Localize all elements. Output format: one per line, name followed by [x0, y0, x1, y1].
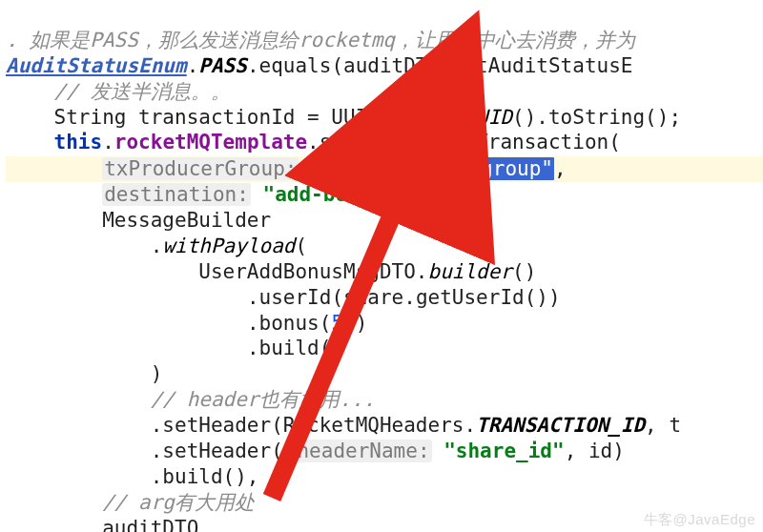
enum-value-pass: PASS	[198, 54, 247, 77]
code-line: .withPayload(	[6, 235, 307, 257]
code-line: auditDTO	[6, 517, 198, 533]
selected-string[interactable]: "tx-add-bonus-group"	[311, 157, 554, 180]
code-text: .equals(auditDTO.getAuditStatusE	[247, 54, 633, 77]
comment-line-3: // header也有妙用...	[151, 388, 376, 411]
code-text: )	[356, 312, 368, 335]
code-text: .setHeader(	[151, 440, 283, 462]
code-text: .build()	[247, 337, 343, 359]
code-line: . 如果是PASS，那么发送消息给rocketmq，让用户中心去消费，并为	[6, 29, 635, 51]
keyword-this: this	[54, 131, 103, 153]
code-text: ()	[512, 260, 536, 283]
param-hint-headername: headerName:	[295, 440, 431, 462]
code-editor-block[interactable]: . 如果是PASS，那么发送消息给rocketmq，让用户中心去消费，并为 Au…	[0, 0, 763, 532]
code-text: , id)	[565, 440, 625, 462]
constant-transaction-id: TRANSACTION_ID	[476, 414, 645, 437]
code-line: destination: "add-bonus",	[6, 183, 407, 206]
param-hint-txproducergroup: txProducerGroup:	[102, 157, 299, 180]
param-hint-destination: destination:	[102, 183, 251, 206]
code-text: .userId(	[247, 286, 343, 309]
enum-link[interactable]: AuditStatusEnum	[6, 54, 187, 77]
code-line: this.rocketMQTemplate.sendMessageInTrans…	[6, 131, 621, 153]
string-literal-shareid: "share_id"	[443, 440, 564, 462]
code-text: share	[343, 286, 403, 309]
code-line: .setHeader( headerName: "share_id", id)	[6, 440, 625, 462]
code-line: // header也有妙用...	[6, 388, 375, 411]
code-text: ().toString();	[512, 106, 681, 129]
code-line: MessageBuilder	[6, 209, 271, 232]
static-method-withpayload: withPayload	[162, 235, 295, 257]
code-text: .bonus(	[247, 312, 332, 335]
comment-line-4: // arg有大用处	[102, 491, 255, 514]
code-line: .userId(share.getUserId())	[6, 286, 561, 309]
code-text: )	[151, 362, 163, 385]
code-line: .build()	[6, 337, 343, 359]
comment-line-1: . 如果是PASS，那么发送消息给rocketmq，让用户中心去消费，并为	[6, 29, 635, 51]
code-text: .build(),	[151, 465, 259, 488]
string-literal-addbonus: "add-bonus"	[263, 183, 396, 206]
code-line: .build(),	[6, 465, 259, 488]
code-text: .	[151, 235, 163, 257]
code-text: UserAddBonusMsgDTO.	[198, 260, 427, 283]
code-text: .sendMessageInTransaction(	[307, 131, 621, 153]
code-line: .bonus(50)	[6, 312, 367, 335]
code-text: .getUserId())	[403, 286, 560, 309]
number-literal: 50	[331, 312, 355, 335]
static-method-randomuuid: randomUUID	[392, 106, 512, 129]
field-rocketmqtemplate: rocketMQTemplate	[114, 131, 307, 153]
code-line: )	[6, 362, 162, 385]
comment-line-2: // 发送半消息。。	[54, 80, 231, 103]
code-text: String transactionId = UUID.	[54, 106, 392, 129]
code-line: // 发送半消息。。	[6, 80, 231, 103]
code-line: // arg有大用处	[6, 491, 255, 514]
code-text: auditDTO	[102, 517, 198, 533]
code-line: .setHeader(RocketMQHeaders.TRANSACTION_I…	[6, 414, 681, 437]
code-text: .setHeader(RocketMQHeaders.	[151, 414, 476, 437]
code-line: String transactionId = UUID.randomUUID()…	[6, 106, 681, 129]
static-method-builder: builder	[428, 260, 513, 283]
code-line: AuditStatusEnum.PASS.equals(auditDTO.get…	[6, 54, 632, 77]
code-text: MessageBuilder	[102, 209, 271, 232]
highlight-line: txProducerGroup: "tx-add-bonus-group",	[6, 156, 763, 182]
code-text: , t	[645, 414, 681, 437]
code-text: (	[295, 235, 307, 257]
code-line: UserAddBonusMsgDTO.builder()	[6, 260, 536, 283]
